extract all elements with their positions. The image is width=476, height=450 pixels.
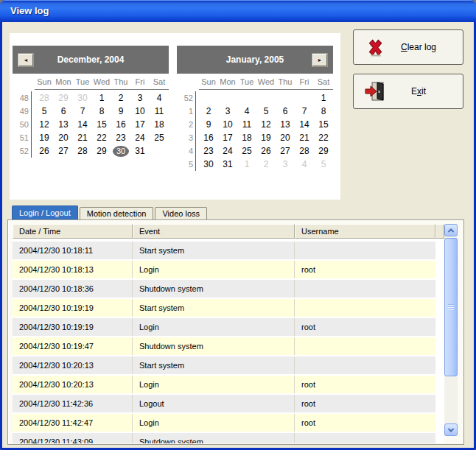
calendar-day[interactable]: 23: [199, 144, 218, 158]
calendar-day[interactable]: 18: [150, 118, 169, 131]
calendar-day[interactable]: 3: [276, 158, 295, 171]
column-header[interactable]: Username: [295, 224, 435, 239]
scrollbar-thumb[interactable]: [444, 238, 458, 376]
calendar-day[interactable]: 3: [130, 91, 150, 105]
cell-event: Login: [133, 318, 295, 336]
calendar-day[interactable]: 1: [237, 158, 256, 171]
calendar-day[interactable]: 27: [276, 144, 295, 158]
calendar-day[interactable]: 4: [150, 91, 169, 105]
calendar-day: [256, 91, 276, 105]
calendar-day[interactable]: 31: [218, 158, 237, 171]
calendar-day[interactable]: 25: [150, 131, 169, 144]
calendar-day[interactable]: 29: [54, 91, 73, 105]
scrollbar-grip: [448, 304, 454, 311]
calendar-day[interactable]: 5: [256, 105, 276, 118]
calendar-day[interactable]: 8: [314, 105, 333, 118]
calendar-day[interactable]: 22: [92, 131, 111, 144]
calendar-day[interactable]: 26: [256, 144, 276, 158]
day-header: Thu: [276, 77, 295, 86]
cell-datetime: 2004/12/30 10:18:11: [13, 242, 133, 259]
column-header[interactable]: Event: [133, 224, 295, 239]
calendar-day[interactable]: 24: [218, 144, 237, 158]
calendar-day[interactable]: 11: [150, 105, 169, 118]
calendar-day[interactable]: 5: [35, 105, 54, 118]
scroll-down-button[interactable]: [444, 423, 458, 436]
calendar-day[interactable]: 30: [73, 91, 92, 105]
calendar-day[interactable]: 17: [218, 131, 237, 144]
calendar-day[interactable]: 19: [35, 131, 54, 144]
table-row: 2004/12/30 10:19:19Start system: [13, 299, 435, 317]
clear-log-button[interactable]: Clear log: [353, 29, 463, 65]
calendar-day[interactable]: 29: [314, 144, 333, 158]
exit-button[interactable]: Exit: [353, 74, 463, 109]
calendar-day[interactable]: 2: [111, 91, 130, 105]
column-header[interactable]: Date / Time: [13, 224, 133, 239]
calendar-day[interactable]: 28: [73, 144, 92, 158]
calendar-day[interactable]: 11: [237, 118, 256, 131]
calendar-day[interactable]: 31: [130, 144, 150, 158]
table-row: 2004/12/30 11:42:47Loginroot: [13, 414, 435, 432]
calendar-day[interactable]: 21: [73, 131, 92, 144]
calendar-day[interactable]: 12: [256, 118, 276, 131]
table-body[interactable]: 2004/12/30 10:18:11Start system2004/12/3…: [13, 239, 444, 443]
calendar-day[interactable]: 9: [111, 105, 130, 118]
calendar-day[interactable]: 26: [35, 144, 54, 158]
calendar-day[interactable]: 6: [276, 105, 295, 118]
calendar-day[interactable]: 15: [92, 118, 111, 131]
calendar-day[interactable]: 19: [256, 131, 276, 144]
day-header: Mon: [54, 77, 73, 86]
calendar-day[interactable]: 3: [218, 105, 237, 118]
calendar-day[interactable]: 2: [199, 105, 218, 118]
calendar-day[interactable]: 2: [256, 158, 276, 171]
calendar-day[interactable]: 4: [295, 158, 314, 171]
calendar-day[interactable]: 1: [314, 91, 333, 105]
calendar-day[interactable]: 4: [237, 105, 256, 118]
titlebar[interactable]: View log: [0, 0, 476, 22]
cell-username: [295, 242, 435, 259]
calendar-day[interactable]: 21: [295, 131, 314, 144]
vertical-scrollbar[interactable]: [444, 224, 458, 436]
calendar-day[interactable]: 14: [295, 118, 314, 131]
calendar-day[interactable]: 6: [54, 105, 73, 118]
calendar-day[interactable]: 16: [199, 131, 218, 144]
calendar-day[interactable]: 15: [314, 118, 333, 131]
calendar-day: [199, 91, 218, 105]
prev-month-button[interactable]: ◄: [18, 54, 33, 66]
calendar-day[interactable]: 12: [35, 118, 54, 131]
tab-login-logout[interactable]: Login / Logout: [12, 205, 78, 220]
calendar-title: December, 2004: [57, 55, 125, 65]
calendar-day[interactable]: 10: [218, 118, 237, 131]
calendar-day[interactable]: 17: [130, 118, 150, 131]
calendar-day[interactable]: 5: [314, 158, 333, 171]
calendar-day[interactable]: 7: [295, 105, 314, 118]
calendar-day[interactable]: 13: [276, 118, 295, 131]
calendar-day[interactable]: 10: [130, 105, 150, 118]
calendar-day[interactable]: 13: [54, 118, 73, 131]
calendar-day[interactable]: 22: [314, 131, 333, 144]
tab-motion-detection[interactable]: Motion detection: [80, 207, 154, 220]
calendar-day[interactable]: 1: [92, 91, 111, 105]
calendar-day[interactable]: 18: [237, 131, 256, 144]
calendar-day[interactable]: 25: [237, 144, 256, 158]
calendar-day[interactable]: 8: [92, 105, 111, 118]
scroll-up-button[interactable]: [444, 224, 458, 236]
calendar-day[interactable]: 24: [130, 131, 150, 144]
next-month-button[interactable]: ►: [312, 54, 327, 66]
calendar-day[interactable]: 30: [199, 158, 218, 171]
calendar-day[interactable]: 9: [199, 118, 218, 131]
calendar-day[interactable]: 29: [92, 144, 111, 158]
calendar-day[interactable]: 20: [54, 131, 73, 144]
calendar-day[interactable]: 27: [54, 144, 73, 158]
cell-datetime: 2004/12/30 10:18:36: [13, 280, 133, 298]
calendar-day-selected[interactable]: 30: [111, 144, 130, 158]
tab-video-loss[interactable]: Video loss: [155, 207, 207, 220]
cell-datetime: 2004/12/30 10:18:13: [13, 261, 133, 278]
calendar-day[interactable]: 28: [295, 144, 314, 158]
calendar-day[interactable]: 20: [276, 131, 295, 144]
calendar-day[interactable]: 28: [35, 91, 54, 105]
day-header: Sun: [199, 77, 218, 86]
calendar-day[interactable]: 14: [73, 118, 92, 131]
calendar-day[interactable]: 16: [111, 118, 130, 131]
calendar-day[interactable]: 23: [111, 131, 130, 144]
calendar-day[interactable]: 7: [73, 105, 92, 118]
